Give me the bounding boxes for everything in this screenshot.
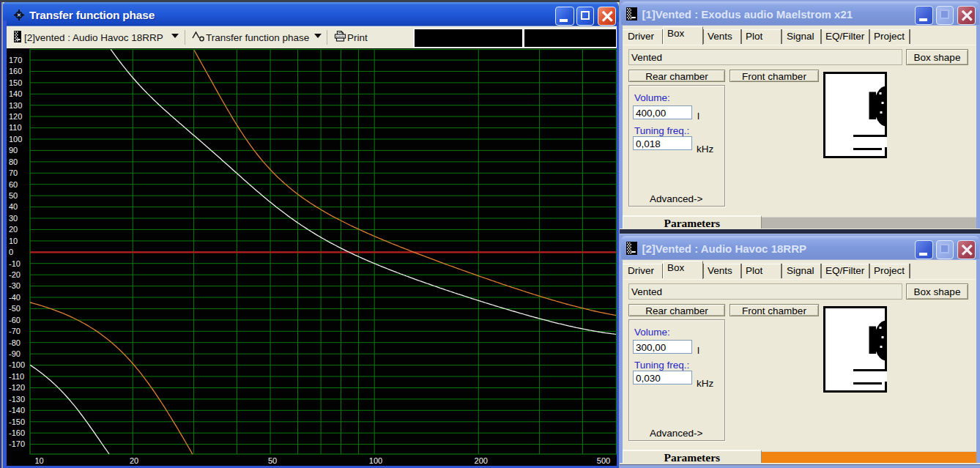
svg-text:80: 80 [9, 157, 18, 166]
svg-text:100: 100 [369, 456, 382, 465]
svg-text:20: 20 [9, 225, 18, 234]
svg-text:-160: -160 [9, 428, 25, 437]
svg-text:-120: -120 [9, 383, 25, 392]
svg-text:60: 60 [9, 180, 18, 189]
svg-text:500: 500 [597, 456, 610, 465]
svg-text:110: 110 [9, 123, 22, 132]
svg-text:-90: -90 [9, 349, 21, 358]
svg-text:100: 100 [9, 135, 22, 144]
svg-text:0: 0 [9, 248, 13, 256]
svg-text:-140: -140 [9, 406, 25, 415]
svg-text:30: 30 [9, 214, 18, 223]
svg-text:-20: -20 [9, 270, 21, 279]
svg-text:50: 50 [9, 191, 18, 200]
svg-text:50: 50 [268, 456, 277, 465]
svg-text:-150: -150 [9, 417, 25, 426]
svg-text:-130: -130 [9, 395, 25, 404]
svg-text:-50: -50 [9, 304, 21, 313]
svg-text:140: 140 [9, 89, 22, 98]
svg-text:200: 200 [475, 456, 488, 465]
svg-text:40: 40 [9, 202, 18, 211]
svg-text:10: 10 [34, 456, 43, 465]
svg-text:-10: -10 [9, 259, 21, 268]
svg-text:70: 70 [9, 168, 18, 177]
svg-text:-60: -60 [9, 316, 21, 324]
svg-text:160: 160 [9, 67, 22, 75]
svg-text:150: 150 [9, 78, 22, 87]
svg-text:-170: -170 [9, 439, 25, 448]
svg-text:170: 170 [9, 56, 22, 64]
svg-text:-30: -30 [9, 281, 21, 290]
svg-text:90: 90 [9, 146, 18, 155]
svg-text:-80: -80 [9, 338, 21, 347]
svg-text:-110: -110 [9, 372, 24, 381]
svg-text:-40: -40 [9, 293, 21, 302]
svg-text:-70: -70 [9, 327, 21, 335]
svg-text:130: 130 [9, 101, 22, 110]
svg-text:-100: -100 [9, 360, 25, 369]
svg-text:120: 120 [9, 112, 22, 121]
svg-text:10: 10 [9, 237, 18, 245]
svg-text:20: 20 [130, 456, 138, 465]
